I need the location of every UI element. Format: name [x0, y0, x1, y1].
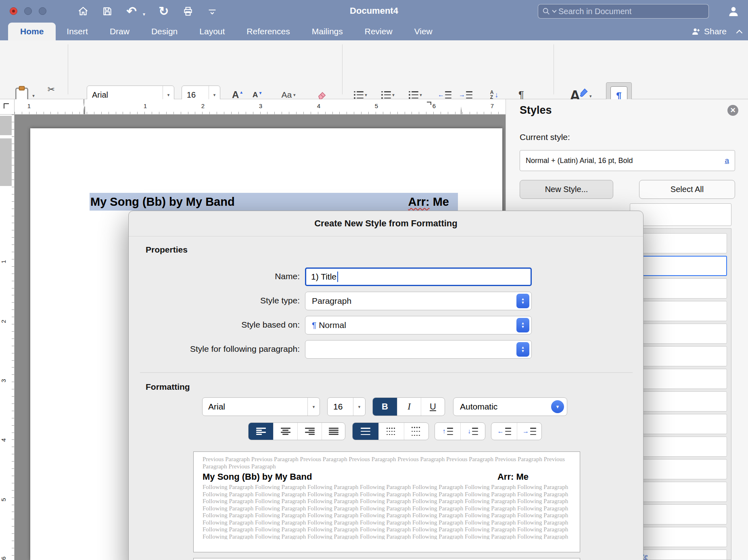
- tab-insert[interactable]: Insert: [56, 23, 99, 40]
- dialog-increase-indent-button[interactable]: →: [517, 423, 541, 440]
- dropdown-icon[interactable]: ▾: [358, 404, 361, 410]
- dialog-align-left-button[interactable]: [249, 423, 273, 440]
- style-type-label: Style type:: [137, 296, 300, 305]
- dialog-justify-button[interactable]: [322, 423, 345, 440]
- tab-design[interactable]: Design: [140, 23, 188, 40]
- style-list-item[interactable]: [635, 459, 727, 479]
- double-space-button[interactable]: [404, 423, 428, 440]
- based-on-value: ¶ Normal: [312, 320, 516, 330]
- account-icon[interactable]: [725, 3, 742, 19]
- horizontal-ruler[interactable]: 11234567: [15, 99, 506, 115]
- preview-arr-text: Arr: Me: [497, 472, 529, 482]
- current-style-box: Normal + (Latin) Arial, 16 pt, Bold a: [520, 150, 735, 171]
- style-list-item[interactable]: [635, 324, 727, 344]
- right-indent-marker[interactable]: [461, 107, 462, 114]
- stepper-icon[interactable]: ▲▼: [516, 342, 529, 357]
- ruler-number: 7: [491, 102, 494, 109]
- ruler-number: 3: [259, 102, 262, 109]
- right-tab-stop-marker[interactable]: [427, 102, 431, 105]
- style-list-item[interactable]: [635, 369, 727, 389]
- style-type-select[interactable]: Paragraph ▲▼: [305, 292, 532, 310]
- hanging-indent-marker[interactable]: [84, 107, 85, 114]
- font-name-dropdown-icon[interactable]: ▾: [167, 92, 170, 98]
- style-list-item[interactable]: ote: [635, 550, 727, 560]
- single-space-button[interactable]: [353, 423, 378, 440]
- tab-selector-icon[interactable]: [4, 103, 9, 109]
- font-name-value: Arial: [87, 90, 163, 100]
- style-list-item[interactable]: [635, 346, 727, 366]
- select-all-button[interactable]: Select All: [639, 180, 735, 199]
- style-list-item[interactable]: [635, 504, 727, 524]
- collapse-ribbon-icon[interactable]: [736, 29, 743, 36]
- dialog-italic-button[interactable]: I: [397, 398, 421, 416]
- search-input[interactable]: Search in Document: [538, 4, 709, 19]
- formatting-heading: Formatting: [146, 382, 190, 392]
- based-on-select[interactable]: ¶ Normal ▲▼: [305, 316, 532, 334]
- style-list-item[interactable]: [635, 527, 727, 547]
- style-preview-box[interactable]: [630, 203, 731, 226]
- tab-mailings[interactable]: Mailings: [301, 23, 354, 40]
- dialog-align-right-button[interactable]: [297, 423, 322, 440]
- style-list-item[interactable]: [635, 414, 727, 434]
- style-list-item[interactable]: [635, 301, 727, 321]
- share-label: Share: [704, 27, 727, 36]
- paste-dropdown-icon[interactable]: ▾: [32, 93, 35, 98]
- character-style-link[interactable]: a: [725, 156, 729, 165]
- ruler-number: 6: [0, 556, 7, 560]
- tab-home[interactable]: Home: [8, 23, 56, 40]
- ribbon-tab-row: HomeInsertDrawDesignLayoutReferencesMail…: [0, 23, 748, 40]
- ruler-number: 2: [201, 102, 205, 109]
- cut-icon[interactable]: ✂: [45, 84, 57, 95]
- dialog-underline-button[interactable]: U: [421, 398, 445, 416]
- one-half-space-button[interactable]: [378, 423, 404, 440]
- style-list-item[interactable]: [635, 391, 727, 412]
- decrease-spacing-button[interactable]: ↓: [460, 423, 485, 440]
- tab-view[interactable]: View: [403, 23, 443, 40]
- dialog-align-center-button[interactable]: [273, 423, 297, 440]
- tab-layout[interactable]: Layout: [188, 23, 236, 40]
- following-paragraph-select[interactable]: ▲▼: [305, 340, 532, 359]
- style-description-box: [193, 558, 580, 560]
- dialog-font-size-combo[interactable]: 16 ▾: [327, 397, 366, 416]
- stepper-icon[interactable]: ▲▼: [516, 294, 529, 308]
- dialog-font-name-combo[interactable]: Arial ▾: [202, 397, 320, 416]
- tab-review[interactable]: Review: [354, 23, 403, 40]
- share-button[interactable]: Share: [691, 27, 727, 36]
- ruler-number: 5: [375, 102, 378, 109]
- search-scope-chevron-icon[interactable]: [552, 8, 556, 13]
- tab-draw[interactable]: Draw: [99, 23, 140, 40]
- stepper-icon[interactable]: ▲▼: [516, 318, 529, 332]
- selected-title-line[interactable]: My Song (Bb) by My Band Arr: Me: [90, 193, 458, 211]
- dialog-decrease-indent-button[interactable]: ←: [491, 423, 517, 440]
- tab-references[interactable]: References: [236, 23, 301, 40]
- style-list-item[interactable]: [635, 482, 727, 502]
- font-size-dropdown-icon[interactable]: ▾: [213, 92, 216, 98]
- styles-dropdown-icon[interactable]: ▾: [589, 94, 592, 99]
- title-bar: ↶ ▼ ↻ Document4 Search in Document: [0, 0, 748, 23]
- ruler-number: 6: [433, 102, 436, 109]
- new-style-button[interactable]: New Style...: [520, 180, 613, 199]
- current-style-label: Current style:: [520, 132, 570, 142]
- style-list-item[interactable]: [635, 256, 727, 276]
- line-spacing-group: [352, 422, 429, 440]
- paragraph-spacing-group: ↑ ↓: [435, 422, 485, 440]
- dialog-bold-button[interactable]: B: [373, 398, 397, 416]
- style-list[interactable]: ote: [630, 228, 731, 560]
- increase-spacing-button[interactable]: ↑: [435, 423, 460, 440]
- style-list-item[interactable]: [635, 278, 727, 299]
- style-name-input[interactable]: 1) Title: [305, 267, 532, 286]
- search-icon: [542, 7, 550, 15]
- previous-paragraph-text: Previous Paragraph Previous Paragraph Pr…: [203, 456, 571, 470]
- vertical-ruler[interactable]: 123456: [0, 115, 15, 560]
- dialog-color-value: Automatic: [460, 402, 551, 412]
- dialog-color-select[interactable]: Automatic ▼: [453, 397, 567, 416]
- close-icon[interactable]: ✕: [727, 105, 738, 116]
- style-list-item[interactable]: [635, 233, 727, 253]
- style-list-item[interactable]: [635, 437, 727, 457]
- arranger-text: Arr: Me: [407, 195, 449, 209]
- current-style-value: Normal + (Latin) Arial, 16 pt, Bold: [526, 157, 725, 165]
- alignment-group: [248, 422, 345, 440]
- dropdown-icon[interactable]: ▾: [313, 404, 315, 410]
- first-line-indent-marker[interactable]: [84, 100, 84, 107]
- chevron-down-icon[interactable]: ▼: [551, 400, 564, 413]
